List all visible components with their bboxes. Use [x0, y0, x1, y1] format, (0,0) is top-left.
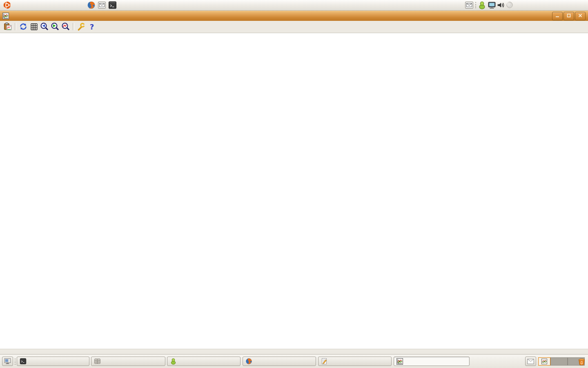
gnuplot-window-icon: [2, 13, 9, 19]
maximize-icon: [566, 13, 571, 18]
firefox-icon: [245, 358, 252, 365]
zoom-region-button[interactable]: [60, 22, 71, 32]
display-icon: [488, 1, 496, 9]
firefox-icon: [87, 1, 96, 9]
top-panel: [0, 0, 588, 11]
gnuplot-icon: [541, 359, 547, 364]
grid-button[interactable]: [29, 22, 39, 32]
tray-gajim-icon[interactable]: [478, 1, 486, 9]
panel-separator: [475, 2, 477, 8]
workspace-2[interactable]: [550, 357, 568, 366]
minimize-button[interactable]: [552, 12, 563, 20]
mail-launcher[interactable]: [98, 1, 106, 9]
toolbar-separator: [73, 23, 74, 30]
tray-mail-button[interactable]: [465, 1, 473, 9]
show-desktop-icon: [4, 358, 11, 364]
terminal-icon: [108, 1, 117, 9]
close-icon: [578, 13, 583, 18]
show-desktop-button[interactable]: [2, 357, 13, 366]
window-toolbar: ?: [0, 21, 588, 33]
workspace-1[interactable]: [538, 357, 550, 366]
terminal-launcher[interactable]: [108, 1, 117, 9]
replot-icon: [19, 22, 28, 31]
task-terminal[interactable]: [17, 357, 89, 366]
taskbar: [0, 354, 588, 368]
window-titlebar[interactable]: [0, 11, 588, 21]
copy-to-clipboard-button[interactable]: [2, 22, 13, 32]
task-gajim[interactable]: [167, 357, 241, 366]
task-firefox[interactable]: [243, 357, 316, 366]
volume-icon: [497, 1, 505, 9]
copy-to-clipboard-icon: [3, 22, 12, 31]
plot-canvas[interactable]: [0, 33, 588, 349]
task-text-editor[interactable]: [318, 357, 392, 366]
settings-button[interactable]: [76, 22, 87, 32]
mail-notification-button[interactable]: [525, 357, 536, 366]
ubuntu-menu-button[interactable]: [3, 1, 11, 9]
weather-icon[interactable]: [506, 1, 514, 9]
maximize-button[interactable]: [564, 12, 574, 20]
svg-text:?: ?: [90, 22, 94, 31]
firefox-launcher[interactable]: [87, 1, 96, 9]
mail-icon: [465, 1, 474, 9]
task-file-manager[interactable]: [91, 357, 165, 366]
text-editor-icon: [321, 358, 328, 365]
chart3-svg: [0, 224, 588, 347]
menu-applications[interactable]: [12, 0, 19, 10]
terminal-icon: [20, 358, 27, 365]
trash-icon: [577, 357, 586, 366]
mail-icon: [98, 1, 106, 9]
minimize-icon: [555, 13, 560, 18]
moon-icon: [506, 1, 514, 9]
gnuplot-window: ?: [0, 11, 588, 354]
next-zoom-icon: [51, 22, 60, 31]
menu-places[interactable]: [40, 0, 47, 10]
file-manager-icon: [94, 358, 101, 365]
wrench-icon: [77, 22, 86, 31]
help-button[interactable]: ?: [87, 22, 97, 32]
gajim-icon: [170, 358, 177, 365]
replot-button[interactable]: [18, 22, 29, 32]
mail-icon: [527, 359, 534, 364]
zoom-region-icon: [61, 22, 70, 31]
tray-volume-icon[interactable]: [497, 1, 505, 9]
close-button[interactable]: [575, 12, 586, 20]
chart1-svg: [0, 34, 588, 96]
previous-zoom-icon: [40, 22, 49, 31]
gnuplot-icon: [396, 358, 403, 365]
tray-display-icon[interactable]: [488, 1, 496, 9]
toolbar-separator: [15, 23, 16, 30]
window-footer: [0, 349, 588, 355]
task-gnuplot[interactable]: [394, 357, 470, 366]
previous-zoom-button[interactable]: [39, 22, 50, 32]
menu-system[interactable]: [61, 0, 68, 10]
ubuntu-logo-icon: [3, 1, 11, 9]
trash-button[interactable]: [577, 357, 587, 366]
help-icon: ?: [87, 22, 96, 31]
next-zoom-button[interactable]: [50, 22, 60, 32]
chart2-svg: [0, 99, 588, 221]
gajim-icon: [478, 1, 486, 9]
grid-icon: [29, 22, 38, 31]
